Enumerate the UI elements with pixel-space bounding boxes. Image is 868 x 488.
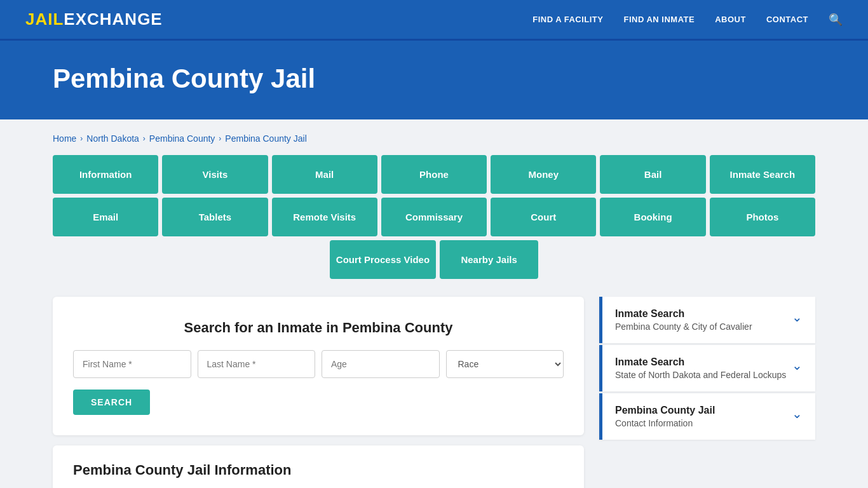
sidebar: Inmate Search Pembina County & City of C… — [599, 297, 815, 442]
search-card-title: Search for an Inmate in Pembina County — [73, 320, 564, 336]
jail-info-title: Pembina County Jail Information — [73, 462, 564, 478]
nav-btn-commissary[interactable]: Commissary — [381, 198, 487, 236]
sidebar-item-title-inmate-search-pembina: Inmate Search — [615, 308, 752, 320]
nav-btn-court-process-video[interactable]: Court Process Video — [330, 240, 436, 279]
sidebar-item-text-inmate-search-pembina: Inmate Search Pembina County & City of C… — [615, 308, 752, 332]
sidebar-item-subtitle-inmate-search-nd: State of North Dakota and Federal Lockup… — [615, 370, 786, 380]
nav-about[interactable]: ABOUT — [715, 15, 746, 24]
race-select[interactable]: RaceWhiteBlackHispanicAsianOther — [446, 350, 564, 378]
first-name-input[interactable] — [73, 350, 191, 378]
nav-btn-photos[interactable]: Photos — [710, 198, 815, 236]
nav-btn-email[interactable]: Email — [53, 198, 158, 236]
chevron-down-icon: ⌄ — [792, 406, 803, 421]
logo-exchange: EXCHANGE — [64, 10, 162, 29]
sidebar-item-text-contact-info: Pembina County Jail Contact Information — [615, 405, 715, 428]
navbar: JAILEXCHANGE FIND A FACILITY FIND AN INM… — [0, 0, 868, 41]
nav-find-facility[interactable]: FIND A FACILITY — [532, 15, 603, 24]
search-fields: RaceWhiteBlackHispanicAsianOther — [73, 350, 564, 378]
nav-contact[interactable]: CONTACT — [766, 15, 808, 24]
last-name-input[interactable] — [198, 350, 316, 378]
breadcrumb-sep-1: › — [80, 134, 83, 143]
breadcrumb-north-dakota[interactable]: North Dakota — [86, 133, 139, 144]
nav-btn-money[interactable]: Money — [491, 155, 596, 194]
breadcrumb-pembina-county[interactable]: Pembina County — [149, 133, 215, 144]
sidebar-item-inmate-search-nd[interactable]: Inmate Search State of North Dakota and … — [599, 345, 815, 391]
breadcrumb: Home › North Dakota › Pembina County › P… — [53, 119, 815, 155]
nav-find-inmate[interactable]: FIND AN INMATE — [623, 15, 695, 24]
sidebar-item-title-contact-info: Pembina County Jail — [615, 405, 715, 416]
nav-buttons-row2: EmailTabletsRemote VisitsCommissaryCourt… — [53, 198, 815, 236]
site-logo[interactable]: JAILEXCHANGE — [25, 10, 163, 29]
breadcrumb-sep-3: › — [219, 134, 221, 143]
jail-info-section: Pembina County Jail Information — [53, 445, 584, 488]
sidebar-item-subtitle-contact-info: Contact Information — [615, 418, 715, 428]
nav-btn-bail[interactable]: Bail — [600, 155, 705, 194]
search-icon[interactable]: 🔍 — [829, 13, 843, 27]
sidebar-item-subtitle-inmate-search-pembina: Pembina County & City of Cavalier — [615, 322, 752, 332]
age-input[interactable] — [322, 350, 440, 378]
nav-btn-booking[interactable]: Booking — [600, 198, 705, 236]
nav-buttons-row1: InformationVisitsMailPhoneMoneyBailInmat… — [53, 155, 815, 194]
nav-btn-inmate-search[interactable]: Inmate Search — [710, 155, 815, 194]
nav-buttons-row3: Court Process VideoNearby Jails — [53, 240, 815, 279]
page-title: Pembina County Jail — [53, 64, 815, 94]
nav-btn-tablets[interactable]: Tablets — [162, 198, 268, 236]
nav-btn-information[interactable]: Information — [53, 155, 158, 194]
inmate-search-card: Search for an Inmate in Pembina County R… — [53, 297, 584, 435]
chevron-down-icon: ⌄ — [792, 309, 803, 325]
hero-banner: Pembina County Jail — [0, 41, 868, 119]
search-button[interactable]: SEARCH — [73, 390, 150, 415]
breadcrumb-sep-2: › — [143, 134, 146, 143]
sidebar-item-text-inmate-search-nd: Inmate Search State of North Dakota and … — [615, 356, 786, 380]
nav-btn-visits[interactable]: Visits — [162, 155, 268, 194]
nav-btn-court[interactable]: Court — [491, 198, 596, 236]
content-columns: Search for an Inmate in Pembina County R… — [53, 297, 815, 488]
sidebar-item-contact-info[interactable]: Pembina County Jail Contact Information … — [599, 393, 815, 440]
breadcrumb-home[interactable]: Home — [53, 133, 76, 144]
nav-btn-mail[interactable]: Mail — [272, 155, 377, 194]
nav-links: FIND A FACILITY FIND AN INMATE ABOUT CON… — [532, 13, 843, 27]
logo-jail: JAIL — [25, 10, 64, 29]
sidebar-item-title-inmate-search-nd: Inmate Search — [615, 356, 786, 368]
nav-btn-phone[interactable]: Phone — [381, 155, 487, 194]
nav-btn-nearby-jails[interactable]: Nearby Jails — [440, 240, 538, 279]
left-column: Search for an Inmate in Pembina County R… — [53, 297, 584, 488]
nav-btn-remote-visits[interactable]: Remote Visits — [272, 198, 377, 236]
sidebar-item-inmate-search-pembina[interactable]: Inmate Search Pembina County & City of C… — [599, 297, 815, 343]
breadcrumb-current: Pembina County Jail — [225, 133, 306, 144]
chevron-down-icon: ⌄ — [792, 358, 803, 373]
